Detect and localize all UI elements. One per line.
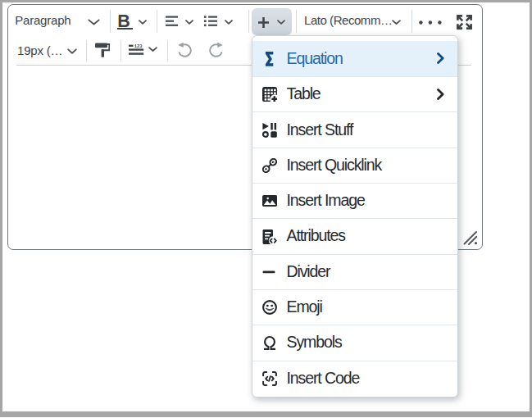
svg-text:123: 123 — [134, 44, 143, 49]
